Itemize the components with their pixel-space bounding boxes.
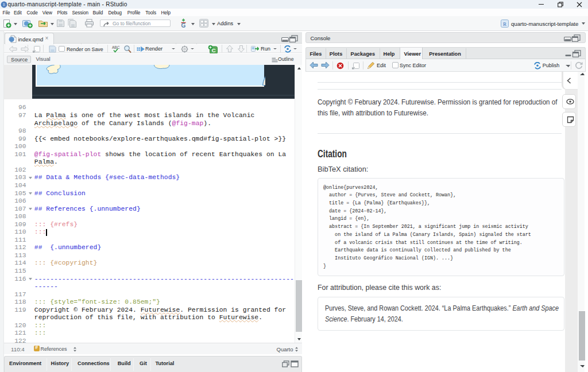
svg-text:G: G: [181, 22, 186, 29]
svg-text:R: R: [2, 2, 5, 7]
svg-text:ABC: ABC: [112, 45, 120, 49]
svg-text:R: R: [503, 21, 506, 27]
